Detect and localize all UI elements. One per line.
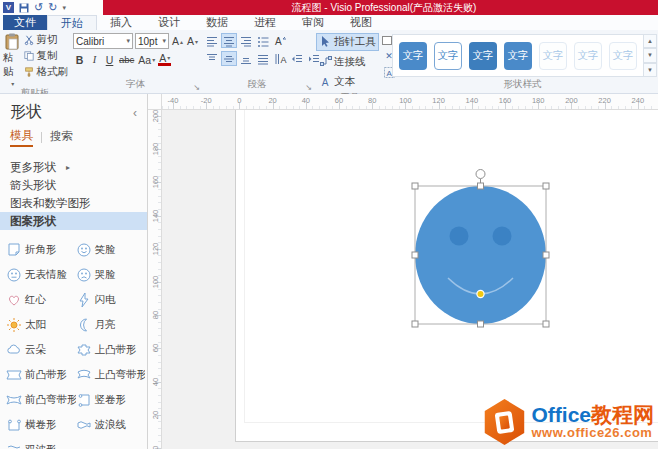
save-icon[interactable] (19, 3, 29, 13)
decrease-indent-button[interactable] (289, 51, 305, 66)
style-swatch[interactable]: 文字 (574, 42, 602, 70)
visio-app-icon[interactable]: V (3, 2, 14, 13)
shape-item[interactable]: 折角形 (6, 238, 76, 262)
shape-item[interactable]: 闪电 (76, 288, 146, 312)
shape-item[interactable]: 上凸带形 (76, 338, 146, 362)
valign-bottom-button[interactable] (238, 51, 254, 66)
shape-item[interactable]: 月亮 (76, 313, 146, 337)
shape-item[interactable]: 前凸带形 (6, 363, 76, 387)
grow-arrow-icon: ▴ (180, 38, 183, 45)
stencil-item-arrow-shapes[interactable]: 箭头形状 (0, 176, 147, 194)
font-color-button[interactable]: A▾ (158, 53, 171, 66)
tab-review[interactable]: 审阅 (289, 15, 337, 30)
tab-insert[interactable]: 插入 (97, 15, 145, 30)
valign-middle-button[interactable] (221, 51, 237, 66)
style-swatch[interactable]: 文字 (539, 42, 567, 70)
watermark-brand-cn: 教程网 (591, 403, 654, 426)
shape-label: 太阳 (25, 318, 46, 332)
font-size-select[interactable]: 10pt▾ (135, 33, 169, 49)
shape-item[interactable]: 笑脸 (76, 238, 146, 262)
paste-button[interactable]: 粘贴 ▾ (3, 33, 22, 87)
redo-icon[interactable]: ↻ (48, 2, 57, 13)
style-swatch[interactable]: 文字 (504, 42, 532, 70)
align-center-button[interactable] (221, 33, 237, 48)
shape-item[interactable]: 上凸弯带形 (76, 363, 146, 387)
cut-button[interactable]: 剪切 (24, 33, 69, 47)
shape-label: 红心 (25, 293, 46, 307)
stencil-item-chart-math-shapes[interactable]: 图表和数学图形 (0, 194, 147, 212)
watermark-url: www.office26.com (531, 426, 654, 440)
paragraph-dialog-launcher-icon[interactable]: ↘ (305, 84, 312, 92)
shape-item[interactable]: 横卷形 (6, 413, 76, 437)
ruler-tick-label: 60 (335, 96, 343, 105)
shape-item[interactable]: 前凸弯带形 (6, 388, 76, 412)
shape-item[interactable]: 太阳 (6, 313, 76, 337)
font-color-letter: A (159, 53, 166, 63)
ruler-tick-label: 240 (632, 96, 645, 105)
undo-icon[interactable]: ↺ (34, 2, 43, 13)
tab-view[interactable]: 视图 (337, 15, 385, 30)
smiley-shape[interactable] (415, 186, 546, 324)
align-right-button[interactable] (238, 33, 254, 48)
text-tool-button[interactable]: A 文本 (316, 73, 379, 91)
qat-customize-icon[interactable]: ▾ (62, 4, 66, 12)
gallery-up-button[interactable]: ▲ (644, 34, 657, 48)
valign-top-button[interactable] (204, 51, 220, 66)
drawing-area[interactable]: Office教程网 www.office26.com (162, 110, 658, 449)
tab-stencils[interactable]: 模具 (10, 128, 33, 147)
style-swatch[interactable]: 文字 (399, 42, 427, 70)
format-painter-button[interactable]: 格式刷 (24, 65, 69, 79)
font-family-select[interactable]: Calibri▾ (73, 33, 133, 49)
shape-item[interactable]: 哭脸 (76, 263, 146, 287)
tab-file[interactable]: 文件 (3, 15, 47, 30)
shape-item[interactable]: 无表情脸 (6, 263, 76, 287)
shape-item[interactable]: 竖卷形 (76, 388, 146, 412)
rotation-handle[interactable] (476, 170, 485, 179)
gallery-more-button[interactable]: ▼ (644, 63, 657, 77)
tab-data[interactable]: 数据 (193, 15, 241, 30)
italic-button[interactable]: I (88, 52, 101, 67)
shape-label: 双波形 (25, 443, 57, 449)
gallery-down-button[interactable]: ▼ (644, 48, 657, 62)
ruler-tick-label: 160 (499, 96, 512, 105)
ruler-tick-label: 140 (466, 96, 479, 105)
collapse-panel-icon[interactable]: ‹ (133, 106, 137, 120)
stencil-label: 图表和数学图形 (10, 196, 91, 211)
strikethrough-button[interactable]: abc (118, 52, 135, 67)
shape-item[interactable]: 红心 (6, 288, 76, 312)
stencil-item-more-shapes[interactable]: 更多形状▸ (0, 158, 147, 176)
text-direction-button[interactable]: A (272, 51, 288, 66)
pointer-cursor-icon (319, 36, 331, 49)
shape-item[interactable]: 双波形 (6, 438, 76, 449)
sun-icon (6, 317, 22, 333)
align-left-button[interactable] (204, 33, 220, 48)
tab-search[interactable]: 搜索 (50, 129, 73, 146)
control-handle[interactable] (477, 290, 484, 297)
pointer-tool-button[interactable]: 指针工具 (316, 33, 379, 51)
underline-button[interactable]: U (103, 52, 116, 67)
character-spacing-button[interactable]: A (272, 33, 288, 48)
ribbon: 粘贴 ▾ 剪切 复制 格式刷 (0, 30, 658, 94)
paragraph-group-label: 段落 (201, 78, 313, 93)
tab-home[interactable]: 开始 (47, 15, 97, 30)
font-dialog-launcher-icon[interactable]: ↘ (193, 84, 200, 92)
connector-tool-button[interactable]: 连接线 (316, 53, 379, 71)
justify-button[interactable] (255, 51, 271, 66)
shrink-font-button[interactable]: A▾ (186, 34, 199, 49)
bold-button[interactable]: B (73, 52, 86, 67)
copy-button[interactable]: 复制 (24, 49, 69, 63)
shape-style-gallery: 文字 文字 文字 文字 文字 文字 文字 (392, 34, 644, 77)
bullets-button[interactable] (255, 33, 271, 48)
grow-font-button[interactable]: A▴ (171, 34, 184, 49)
style-swatch[interactable]: 文字 (434, 42, 462, 70)
stencil-label: 更多形状 (10, 160, 56, 175)
change-case-button[interactable]: Aa▾ (137, 52, 156, 67)
stencil-item-pattern-shapes[interactable]: 图案形状 (0, 212, 147, 230)
shape-item[interactable]: 波浪线 (76, 413, 146, 437)
shape-label: 月亮 (95, 318, 116, 332)
style-swatch[interactable]: 文字 (469, 42, 497, 70)
tab-process[interactable]: 进程 (241, 15, 289, 30)
shape-item[interactable]: 云朵 (6, 338, 76, 362)
style-swatch[interactable]: 文字 (609, 42, 637, 70)
tab-design[interactable]: 设计 (145, 15, 193, 30)
